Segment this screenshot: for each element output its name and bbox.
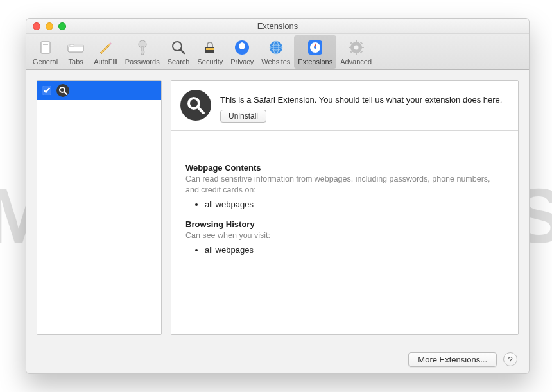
preferences-window: Extensions General Tabs AutoFill Passwor… <box>26 18 530 374</box>
tab-label: Advanced <box>340 58 372 65</box>
tab-label: Tabs <box>69 58 83 65</box>
tab-label: General <box>33 58 58 65</box>
window-title: Extensions <box>26 21 529 31</box>
tab-security[interactable]: Security <box>193 35 227 69</box>
magnifier-icon <box>180 90 211 121</box>
extensions-sidebar <box>37 80 162 335</box>
svg-line-9 <box>180 49 184 53</box>
help-button[interactable]: ? <box>503 352 517 366</box>
svg-point-20 <box>314 46 316 49</box>
tab-label: Privacy <box>230 58 254 65</box>
tab-label: Security <box>197 58 223 65</box>
list-item: all webpages <box>205 245 504 255</box>
svg-rect-11 <box>206 48 214 50</box>
browsing-history-title: Browsing History <box>185 219 504 229</box>
sidebar-item[interactable] <box>37 81 161 100</box>
tab-label: Websites <box>261 58 290 65</box>
tab-label: Passwords <box>125 58 160 65</box>
extension-enable-checkbox[interactable] <box>42 86 51 95</box>
svg-rect-4 <box>70 44 74 46</box>
svg-rect-0 <box>41 42 50 53</box>
browsing-history-list: all webpages <box>185 245 504 255</box>
webpage-contents-title: Webpage Contents <box>185 163 504 173</box>
extension-description: This is a Safari Extension. You should t… <box>220 90 502 105</box>
tab-label: Search <box>168 58 190 65</box>
svg-line-34 <box>198 107 203 113</box>
search-icon <box>169 38 187 56</box>
webpage-contents-desc: Can read sensitive information from webp… <box>185 174 504 196</box>
extensions-icon <box>306 38 324 56</box>
general-icon <box>37 38 55 56</box>
security-icon <box>201 38 219 56</box>
tab-passwords[interactable]: Passwords <box>121 35 164 69</box>
passwords-icon <box>134 38 151 56</box>
tab-tabs[interactable]: Tabs <box>62 35 90 69</box>
preferences-toolbar: General Tabs AutoFill Passwords Search <box>26 34 529 70</box>
advanced-icon <box>347 38 365 56</box>
svg-rect-1 <box>43 44 48 45</box>
more-extensions-button[interactable]: More Extensions... <box>408 352 497 367</box>
webpage-contents-list: all webpages <box>185 200 504 209</box>
autofill-icon <box>96 38 114 56</box>
svg-rect-7 <box>141 51 145 53</box>
tab-general[interactable]: General <box>29 35 62 69</box>
svg-point-30 <box>354 45 358 49</box>
privacy-icon <box>233 38 251 56</box>
titlebar: Extensions <box>26 19 529 34</box>
magnifier-icon <box>56 84 69 97</box>
tab-websites[interactable]: Websites <box>257 35 294 69</box>
content-area: This is a Safari Extension. You should t… <box>26 70 529 345</box>
tab-autofill[interactable]: AutoFill <box>90 35 121 69</box>
uninstall-button[interactable]: Uninstall <box>220 110 266 123</box>
permissions-section: Webpage Contents Can read sensitive info… <box>171 131 518 277</box>
svg-rect-23 <box>356 53 357 55</box>
svg-rect-24 <box>349 47 351 48</box>
tab-label: AutoFill <box>94 58 117 65</box>
browsing-history-desc: Can see when you visit: <box>185 230 504 241</box>
websites-icon <box>267 38 285 56</box>
tab-extensions[interactable]: Extensions <box>294 35 336 69</box>
footer: More Extensions... ? <box>26 345 529 373</box>
tab-search[interactable]: Search <box>164 35 194 69</box>
tab-advanced[interactable]: Advanced <box>336 35 375 69</box>
svg-rect-22 <box>356 40 357 42</box>
tabs-icon <box>67 38 85 56</box>
svg-rect-25 <box>361 47 364 48</box>
list-item: all webpages <box>205 200 504 209</box>
svg-line-32 <box>64 92 67 94</box>
extension-detail-panel: This is a Safari Extension. You should t… <box>171 80 519 335</box>
tab-privacy[interactable]: Privacy <box>227 35 257 69</box>
tab-label: Extensions <box>298 58 332 65</box>
extension-header: This is a Safari Extension. You should t… <box>171 81 518 131</box>
